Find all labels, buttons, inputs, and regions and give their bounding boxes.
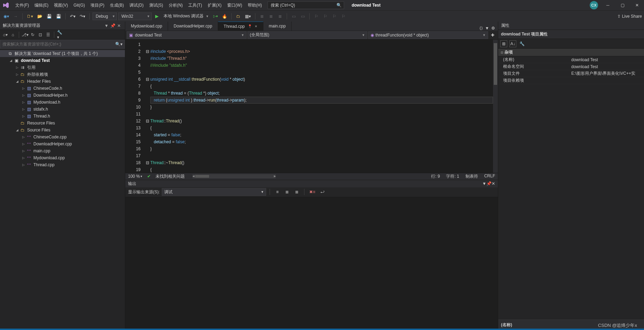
menu-item[interactable]: 测试(S) bbox=[146, 1, 166, 10]
fold-gutter[interactable]: ⊟⊟⊟⊟⊟⊟⊟ bbox=[145, 40, 150, 173]
branch-icon[interactable]: ⎇▾ bbox=[22, 32, 28, 38]
indent-mode[interactable]: 制表符 bbox=[466, 174, 478, 179]
tree-node[interactable]: 🗀Resource Files bbox=[0, 120, 125, 127]
tree-node[interactable]: ▷⁺⁺ChineseCode.cpp bbox=[0, 134, 125, 140]
char-col[interactable]: 字符: 1 bbox=[446, 174, 459, 179]
save-button[interactable]: 💾 bbox=[45, 13, 53, 20]
user-avatar[interactable]: CX bbox=[590, 1, 598, 9]
editor-tab[interactable]: Mydownload.cpp bbox=[125, 22, 168, 31]
tree-node[interactable]: ◢🗀Source Files bbox=[0, 127, 125, 134]
pin-icon[interactable]: 📌 bbox=[486, 181, 492, 186]
hot-reload-icon[interactable]: 🔥 bbox=[221, 13, 229, 20]
nav-back-button[interactable]: ◉▾ bbox=[2, 13, 10, 20]
horizontal-scrollbar[interactable]: ◂▸ bbox=[192, 174, 276, 178]
alpha-sort-icon[interactable]: A↓ bbox=[509, 40, 516, 47]
menu-item[interactable]: 视图(V) bbox=[51, 1, 71, 10]
tree-node[interactable]: ◢🗀Header Files bbox=[0, 78, 125, 85]
undo-button[interactable]: ↶▾ bbox=[69, 13, 77, 20]
tab-overflow-icon[interactable]: ⟨⟩ bbox=[479, 26, 483, 31]
menu-item[interactable]: 窗口(W) bbox=[224, 1, 245, 10]
zoom-level[interactable]: 100 %▾ bbox=[128, 174, 142, 179]
tree-node[interactable]: ▷▤stdafx.h bbox=[0, 106, 125, 113]
close-tab-icon[interactable]: ✕ bbox=[255, 25, 257, 28]
code-content[interactable]: #include <process.h>#include "Thread.h"/… bbox=[150, 40, 493, 173]
tree-node[interactable]: ▷▤DownloadHelper.h bbox=[0, 92, 125, 99]
property-group-header[interactable]: ⊟ 杂项 bbox=[498, 49, 644, 56]
property-grid[interactable]: (名称)download Test根命名空间download Test项目文件E… bbox=[498, 56, 644, 320]
start-debug-button[interactable]: ▶ bbox=[153, 13, 161, 20]
output-tool2-icon[interactable]: ≣ bbox=[283, 188, 291, 196]
gear-icon[interactable]: ⚙ bbox=[491, 26, 495, 31]
home2-icon[interactable]: ⌂ bbox=[10, 32, 16, 38]
browse-button[interactable]: 🗀 bbox=[234, 13, 242, 20]
menu-item[interactable]: 扩展(X) bbox=[205, 1, 224, 10]
output-wrap-icon[interactable]: ⮐ bbox=[319, 188, 326, 196]
tree-node[interactable]: ▷▤Thread.h bbox=[0, 113, 125, 120]
editor-tab[interactable]: DownloadHelper.cpp bbox=[168, 22, 218, 31]
property-row[interactable]: 项目依赖项 bbox=[498, 77, 644, 84]
tree-node[interactable]: ▷⁺⁺DownloadHelper.cpp bbox=[0, 140, 125, 147]
tree-node[interactable]: ▷⁺⁺Thread.cpp bbox=[0, 161, 125, 168]
output-source-combo[interactable]: 调试▼ bbox=[162, 188, 266, 196]
menu-item[interactable]: 生成(B) bbox=[107, 1, 127, 10]
tree-node[interactable]: ⧉解决方案 'download Test' (1 个项目，共 1 个) bbox=[0, 50, 125, 57]
configuration-combo[interactable]: Debug▼ bbox=[93, 13, 117, 20]
redo-button[interactable]: ↷▾ bbox=[78, 13, 87, 20]
wrench-icon[interactable]: 🔧 bbox=[518, 40, 525, 47]
line-col[interactable]: 行: 9 bbox=[431, 174, 440, 179]
output-clear-icon[interactable]: ✖≡ bbox=[308, 188, 317, 196]
tree-node[interactable]: ▷⇉引用 bbox=[0, 64, 125, 71]
debug-target-combo[interactable]: 本地 Windows 调试器▼ bbox=[162, 13, 210, 20]
tree-node[interactable]: ▷⁺⁺Mydownload.cpp bbox=[0, 154, 125, 161]
output-tool1-icon[interactable]: ≡ bbox=[273, 188, 281, 196]
split-editor-button[interactable]: ✚ bbox=[489, 33, 496, 38]
platform-combo[interactable]: Win32▼ bbox=[118, 13, 152, 20]
tree-node[interactable]: ▷⁺⁺main.cpp bbox=[0, 147, 125, 154]
menu-item[interactable]: 编辑(E) bbox=[32, 1, 51, 10]
tab-dropdown-icon[interactable]: ▼ bbox=[485, 26, 489, 31]
tree-node[interactable]: ▷🗀外部依赖项 bbox=[0, 71, 125, 78]
eol-mode[interactable]: CRLF bbox=[484, 174, 495, 179]
pin-icon[interactable]: 📌 bbox=[110, 23, 116, 28]
minimize-button[interactable]: ─ bbox=[603, 2, 613, 9]
menu-item[interactable]: 工具(T) bbox=[185, 1, 205, 10]
property-row[interactable]: 根命名空间download Test bbox=[498, 63, 644, 70]
solution-search-input[interactable] bbox=[2, 42, 115, 47]
solution-search[interactable]: 🔍▾ bbox=[0, 40, 125, 49]
maximize-button[interactable]: ▢ bbox=[618, 2, 627, 9]
categorize-icon[interactable]: ⊞ bbox=[500, 40, 507, 47]
menu-item[interactable]: 文件(F) bbox=[13, 1, 32, 10]
tree-node[interactable]: ◢▣download Test bbox=[0, 57, 125, 64]
menu-item[interactable]: 分析(N) bbox=[166, 1, 186, 10]
filter-icon[interactable]: ⊡ bbox=[37, 32, 43, 38]
collapse-icon[interactable]: ⊟ bbox=[500, 51, 504, 54]
tree-node[interactable]: ▷▤Mydownload.h bbox=[0, 99, 125, 106]
start-nodebug-button[interactable]: ▷▾ bbox=[212, 13, 219, 20]
solution-tree[interactable]: ⧉解决方案 'download Test' (1 个项目，共 1 个)◢▣dow… bbox=[0, 49, 125, 330]
output-content[interactable] bbox=[125, 197, 498, 330]
close-output-icon[interactable]: ✕ bbox=[492, 181, 495, 186]
editor-tab[interactable]: Thread.cpp📍✕ bbox=[218, 22, 263, 31]
menu-item[interactable]: 调试(D) bbox=[127, 1, 146, 10]
nav-scope-combo[interactable]: (全局范围)▼ bbox=[247, 31, 367, 39]
close-button[interactable]: ✕ bbox=[632, 2, 642, 9]
property-row[interactable]: (名称)download Test bbox=[498, 56, 644, 63]
toolbox-button[interactable]: ▦▾ bbox=[244, 13, 252, 20]
collapse-icon[interactable]: ☰ bbox=[45, 32, 51, 38]
open-button[interactable]: 📂 bbox=[36, 13, 44, 20]
sync-icon[interactable]: ↻ bbox=[30, 32, 36, 38]
editor-tab[interactable]: main.cpp bbox=[263, 22, 292, 31]
dropdown-icon[interactable]: ▼ bbox=[103, 23, 110, 28]
pin-icon[interactable]: 📍 bbox=[248, 24, 252, 28]
menu-item[interactable]: 项目(P) bbox=[88, 1, 107, 10]
menu-item[interactable]: Git(G) bbox=[71, 1, 88, 9]
menu-item[interactable]: 帮助(H) bbox=[245, 1, 265, 10]
no-issues-label[interactable]: 未找到相关问题 bbox=[156, 174, 185, 179]
dropdown-icon[interactable]: ▼ bbox=[482, 181, 486, 186]
nav-function-combo[interactable]: ◉threadFunction(void * object)▼ bbox=[368, 31, 488, 39]
home-icon[interactable]: ⌂▾ bbox=[2, 32, 8, 38]
nav-project-combo[interactable]: ▣download Test▼ bbox=[127, 31, 247, 39]
menu-search-box[interactable]: 搜索 (Ctrl+Q) 🔍 bbox=[268, 1, 344, 9]
live-share-button[interactable]: ⇪ Live Share bbox=[617, 14, 642, 19]
property-row[interactable]: 项目文件E:\图形用户界面\界面美化\VC++实 bbox=[498, 70, 644, 77]
